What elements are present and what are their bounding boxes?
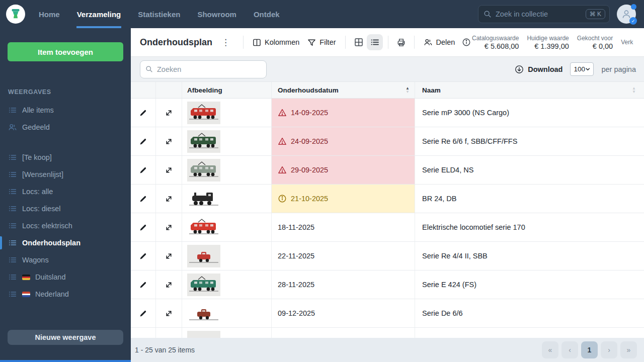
item-name-cell: Serie E 424 (FS) [415, 270, 644, 299]
edit-button[interactable] [137, 307, 149, 320]
maintenance-date-cell: 21-10-2025 [272, 185, 415, 213]
sidebar-item-onderhoudsplan[interactable]: Onderhoudsplan [0, 234, 131, 251]
item-name-cell: Serie De 6/6 [415, 299, 644, 327]
date-status-icon [278, 108, 287, 117]
expand-button[interactable] [163, 279, 175, 291]
sidebar-item-nederland[interactable]: Nederland [0, 286, 131, 303]
item-image-cell[interactable] [182, 99, 272, 127]
item-image-cell[interactable] [182, 156, 272, 184]
stat-verk: Verk [621, 39, 633, 46]
pencil-icon [139, 166, 147, 174]
table-row: 14-09-2025 Serie mP 3000 (NS Cargo) [131, 99, 644, 127]
table-header-row: Afbeelding Onderhoudsdatum ▲▼ Naam ▲▼ [131, 81, 644, 99]
item-name: BR 24, DB [422, 195, 457, 203]
download-button[interactable]: Download [515, 65, 562, 74]
sidebar-item-alle-items[interactable]: Alle items [0, 102, 131, 119]
expand-icon [165, 223, 173, 232]
print-button[interactable] [393, 35, 409, 50]
edit-button[interactable] [137, 107, 149, 119]
item-image-cell[interactable] [182, 185, 272, 213]
nav-item-statistieken[interactable]: Statistieken [137, 0, 181, 28]
sidebar: Item toevoegen WEERGAVES Alle items Gede… [0, 28, 131, 362]
date-status-icon [278, 165, 287, 174]
pagination-button[interactable]: « [542, 341, 558, 358]
more-options-kebab-icon[interactable]: ⋮ [221, 37, 230, 48]
sort-indicator[interactable]: ▲▼ [632, 86, 636, 94]
columns-icon [253, 38, 261, 47]
item-image-cell[interactable] [182, 270, 272, 299]
app-logo[interactable] [6, 5, 25, 24]
sidebar-item-wagons[interactable]: Wagons [0, 251, 131, 268]
item-image-cell[interactable] [182, 213, 272, 241]
warning-triangle-icon [278, 137, 287, 146]
edit-button[interactable] [137, 279, 149, 291]
sidebar-item-gedeeld[interactable]: Gedeeld [0, 119, 131, 136]
expand-button[interactable] [163, 307, 175, 320]
nav-item-ontdek[interactable]: Ontdek [253, 0, 280, 28]
sidebar-item-locs-alle[interactable]: Locs: alle [0, 183, 131, 200]
item-name: Serie Re 4/4 II, SBB [422, 252, 488, 260]
user-avatar[interactable]: ✓ [617, 5, 636, 24]
top-navigation-bar: HomeVerzamelingStatistiekenShowroomOntde… [0, 0, 644, 28]
nav-item-home[interactable]: Home [38, 0, 60, 28]
maintenance-date-cell: 14-09-2025 [272, 99, 415, 127]
name-column-header[interactable]: Naam ▲▼ [415, 82, 644, 98]
item-name: Serie mP 3000 (NS Cargo) [422, 109, 509, 117]
grid-view-icon [354, 37, 364, 47]
divider [243, 36, 244, 49]
edit-button[interactable] [137, 135, 149, 148]
sidebar-item-locs-elektrisch[interactable]: Locs: elektrisch [0, 217, 131, 234]
grid-view-button[interactable] [351, 34, 367, 50]
item-image-cell[interactable] [182, 242, 272, 270]
edit-button[interactable] [137, 221, 149, 234]
item-name: Serie Re 6/6 f, SBB/CFF/FFS [422, 137, 517, 145]
collection-value-stats: Cataloguswaarde € 5.608,00 Huidige waard… [472, 28, 633, 57]
columns-button[interactable]: Kolommen [249, 35, 303, 50]
image-column-header[interactable]: Afbeelding [182, 82, 272, 98]
maintenance-date-cell: 24-09-2025 [272, 127, 415, 155]
pagination-button[interactable]: » [620, 341, 637, 358]
expand-button[interactable] [163, 164, 175, 176]
list-view-button[interactable] [367, 34, 383, 50]
edit-button[interactable] [137, 193, 149, 205]
global-search[interactable]: ⌘ K [478, 5, 610, 23]
expand-button[interactable] [163, 107, 175, 119]
search-icon [145, 65, 153, 73]
filter-icon [307, 38, 316, 47]
expand-button[interactable] [163, 193, 175, 205]
expand-icon [165, 281, 173, 289]
nav-item-showroom[interactable]: Showroom [197, 0, 237, 28]
sidebar-item-wensenlijst[interactable]: [Wensenlijst] [0, 166, 131, 183]
item-image-cell[interactable] [182, 127, 272, 155]
sort-indicator-asc[interactable]: ▲▼ [406, 86, 410, 94]
add-item-button[interactable]: Item toevoegen [8, 42, 123, 61]
global-search-input[interactable] [496, 10, 582, 18]
page-title: Onderhoudsplan [140, 37, 212, 48]
page-size-select[interactable]: 100 [570, 62, 594, 76]
maintenance-date: 14-09-2025 [291, 109, 328, 117]
pagination-page-1[interactable]: 1 [581, 341, 598, 358]
filter-button[interactable]: Filter [303, 35, 340, 50]
pagination-button[interactable]: ‹ [561, 341, 578, 358]
nav-item-verzameling[interactable]: Verzameling [76, 0, 122, 28]
share-button[interactable]: Delen [420, 35, 459, 50]
expand-button[interactable] [163, 250, 175, 262]
sidebar-item-locs-diesel[interactable]: Locs: diesel [0, 200, 131, 217]
pagination-button[interactable]: › [601, 341, 617, 358]
item-name: Serie De 6/6 [422, 309, 463, 317]
edit-button[interactable] [137, 164, 149, 176]
sidebar-item-duitsland[interactable]: Duitsland [0, 268, 131, 286]
expand-icon [165, 309, 173, 318]
date-column-header[interactable]: Onderhoudsdatum ▲▼ [272, 82, 415, 98]
maintenance-date-cell [272, 328, 415, 338]
sidebar-item-te-koop[interactable]: [Te koop] [0, 149, 131, 166]
table-search[interactable] [140, 60, 267, 78]
item-image-cell[interactable] [182, 299, 272, 327]
edit-button[interactable] [137, 250, 149, 262]
expand-button[interactable] [163, 221, 175, 234]
new-view-button[interactable]: Nieuwe weergave [8, 330, 123, 345]
item-image-cell[interactable] [182, 328, 272, 338]
expand-button[interactable] [163, 135, 175, 148]
list-icon [8, 187, 17, 196]
table-search-input[interactable] [157, 65, 261, 73]
